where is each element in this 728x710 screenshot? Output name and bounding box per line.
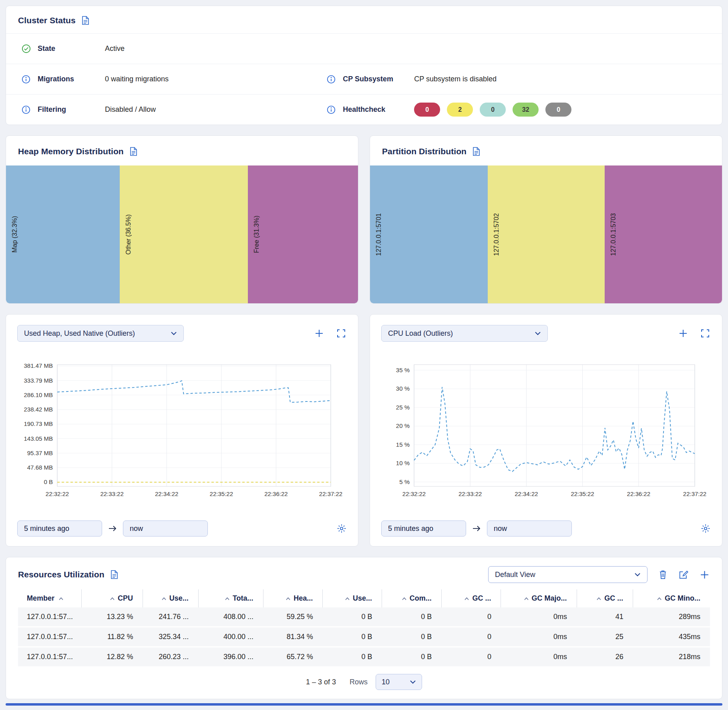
docs-link-button[interactable] — [473, 147, 480, 156]
table-cell: 12.82 % — [82, 647, 143, 667]
segment-label: 127.0.0.1:5703 — [610, 213, 617, 256]
fullscreen-button[interactable] — [336, 329, 346, 338]
distribution-segment[interactable]: Other (36.5%) — [120, 165, 248, 303]
time-to-input[interactable] — [123, 520, 208, 537]
add-view-button[interactable] — [699, 569, 710, 580]
info-icon[interactable] — [21, 75, 32, 84]
healthcheck-status-badge[interactable]: 2 — [447, 103, 473, 117]
svg-text:22:32:22: 22:32:22 — [46, 490, 69, 497]
svg-text:22:36:22: 22:36:22 — [627, 490, 650, 497]
metric-selector[interactable]: CPU Load (Outliers) — [381, 325, 548, 342]
table-row[interactable]: 127.0.0.1:57...13.23 %241.76 ...408.00 .… — [18, 607, 710, 627]
document-icon — [130, 147, 137, 156]
healthcheck-status-badge[interactable]: 32 — [513, 103, 539, 117]
sort-caret-icon — [402, 597, 407, 601]
table-cell: 408.00 ... — [198, 607, 263, 627]
sort-caret-icon — [58, 597, 64, 601]
sort-caret-icon — [225, 597, 230, 601]
column-header-label: CPU — [118, 594, 133, 602]
table-row[interactable]: 127.0.0.1:57...12.82 %260.23 ...396.00 .… — [18, 647, 710, 667]
partition-distribution-title: Partition Distribution — [382, 147, 467, 156]
state-row: State Active — [6, 33, 722, 64]
distribution-segment[interactable]: Free (31.3%) — [248, 165, 358, 303]
heap-distribution-title: Heap Memory Distribution — [18, 147, 124, 156]
svg-text:5 %: 5 % — [399, 478, 410, 485]
expand-icon — [700, 329, 710, 338]
cluster-status-card: Cluster Status State Active Migrations 0… — [6, 6, 722, 125]
partition-distribution-card: Partition Distribution 127.0.0.1:5701127… — [370, 135, 722, 304]
column-header[interactable]: CPU — [82, 589, 143, 607]
fullscreen-button[interactable] — [700, 329, 710, 338]
docs-link-button[interactable] — [111, 570, 118, 579]
healthcheck-status-badge[interactable]: 0 — [414, 103, 440, 117]
info-icon[interactable] — [326, 75, 337, 84]
table-row[interactable]: 127.0.0.1:57...11.82 %325.34 ...400.00 .… — [18, 627, 710, 647]
column-header[interactable]: GC ... — [577, 589, 633, 607]
metric-selector[interactable]: Used Heap, Used Native (Outliers) — [17, 325, 184, 342]
info-icon[interactable] — [326, 105, 337, 115]
expand-icon — [336, 329, 346, 338]
table-cell: 127.0.0.1:57... — [18, 627, 82, 647]
healthcheck-status-badge[interactable]: 0 — [545, 103, 571, 117]
plus-icon — [678, 328, 688, 339]
column-header-label: Use... — [353, 594, 372, 602]
svg-text:30 %: 30 % — [396, 385, 410, 392]
add-chart-button[interactable] — [314, 328, 324, 339]
column-header[interactable]: GC ... — [441, 589, 501, 607]
healthcheck-badges: 020320 — [414, 103, 571, 117]
svg-text:286.10 MB: 286.10 MB — [24, 391, 53, 398]
distribution-segment[interactable]: 127.0.0.1:5702 — [488, 165, 605, 303]
column-header[interactable]: Member — [18, 589, 82, 607]
column-header[interactable]: Use... — [323, 589, 382, 607]
table-cell: 241.76 ... — [143, 607, 199, 627]
pagination-range: 1 – 3 of 3 — [306, 678, 336, 686]
column-header[interactable]: Use... — [143, 589, 199, 607]
arrow-right-icon — [472, 525, 481, 532]
document-icon — [82, 16, 89, 25]
partition-distribution-bar: 127.0.0.1:5701127.0.0.1:5702127.0.0.1:57… — [370, 165, 722, 303]
time-from-input[interactable] — [17, 520, 102, 537]
column-header[interactable]: GC Mino... — [633, 589, 710, 607]
column-header[interactable]: Hea... — [263, 589, 323, 607]
svg-text:22:33:22: 22:33:22 — [459, 490, 482, 497]
cpu-load-chart: 35 %30 %25 %20 %15 %10 %5 %22:32:2222:33… — [381, 360, 711, 502]
segment-label: 127.0.0.1:5702 — [493, 213, 500, 256]
view-selector[interactable]: Default View — [488, 566, 648, 583]
svg-text:22:35:22: 22:35:22 — [571, 490, 594, 497]
distribution-segment[interactable]: Map (32.3%) — [6, 165, 120, 303]
heap-distribution-bar: Map (32.3%)Other (36.5%)Free (31.3%) — [6, 165, 358, 303]
filtering-health-row: Filtering Disabled / Allow Healthcheck 0… — [6, 94, 722, 125]
column-header[interactable]: Tota... — [198, 589, 263, 607]
table-cell: 13.23 % — [82, 607, 143, 627]
chart-settings-button[interactable] — [700, 523, 711, 534]
rows-label: Rows — [350, 678, 368, 686]
table-cell: 26 — [577, 647, 633, 667]
rows-per-page-value: 10 — [382, 678, 390, 686]
delete-view-button[interactable] — [658, 569, 668, 580]
heap-distribution-card: Heap Memory Distribution Map (32.3%)Othe… — [6, 135, 358, 304]
view-selector-value: Default View — [495, 571, 535, 579]
rows-per-page-selector[interactable]: 10 — [376, 674, 422, 690]
info-icon[interactable] — [21, 105, 32, 115]
docs-link-button[interactable] — [130, 147, 137, 156]
segment-label: Map (32.3%) — [11, 216, 18, 253]
migrations-label: Migrations — [38, 75, 105, 83]
svg-text:22:32:22: 22:32:22 — [402, 490, 426, 497]
healthcheck-status-badge[interactable]: 0 — [480, 103, 506, 117]
svg-text:22:37:22: 22:37:22 — [683, 490, 706, 497]
column-header[interactable]: GC Majo... — [501, 589, 577, 607]
edit-view-button[interactable] — [678, 570, 688, 580]
healthcheck-label: Healthcheck — [343, 105, 414, 114]
column-header[interactable]: Com... — [382, 589, 441, 607]
distribution-segment[interactable]: 127.0.0.1:5701 — [370, 165, 488, 303]
time-to-input[interactable] — [487, 520, 572, 537]
docs-link-button[interactable] — [82, 16, 89, 25]
column-header-label: Member — [27, 594, 54, 602]
table-cell: 400.00 ... — [198, 627, 263, 647]
distribution-segment[interactable]: 127.0.0.1:5703 — [605, 165, 722, 303]
add-chart-button[interactable] — [678, 328, 688, 339]
time-from-input[interactable] — [381, 520, 466, 537]
chart-settings-button[interactable] — [336, 523, 347, 534]
table-cell: 127.0.0.1:57... — [18, 647, 82, 667]
sort-caret-icon — [596, 597, 601, 601]
